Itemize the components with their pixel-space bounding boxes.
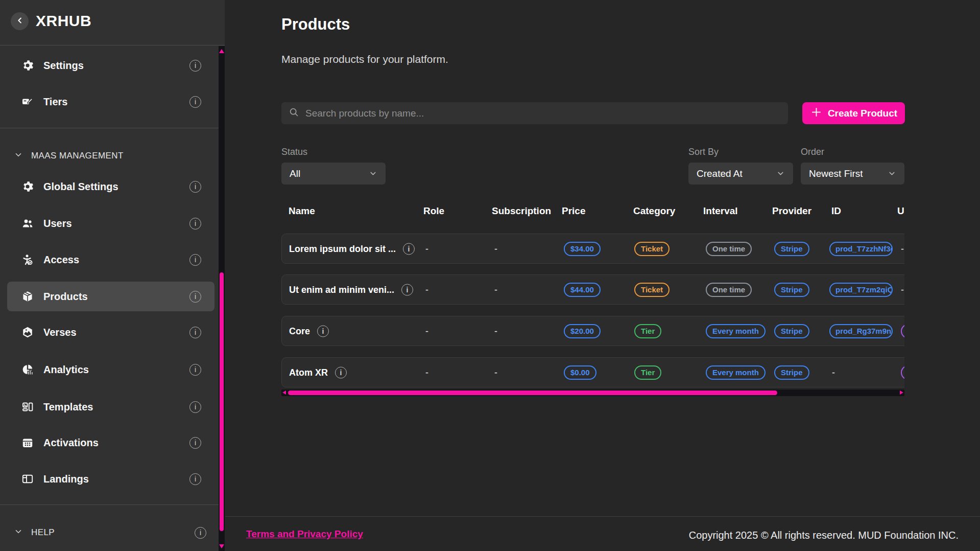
order-value: Newest First: [809, 168, 863, 179]
order-label: Order: [801, 147, 824, 157]
person-check-icon: [21, 254, 34, 266]
info-icon[interactable]: [189, 437, 201, 449]
sidebar-header: XRHUB: [0, 0, 225, 45]
info-icon[interactable]: [189, 60, 201, 72]
sidebar-scrollbar-thumb[interactable]: [220, 272, 224, 531]
price-badge: $0.00: [564, 365, 596, 380]
calendar-icon: [21, 437, 34, 449]
sidebar-collapse-button[interactable]: [11, 12, 29, 30]
sidebar-item-verses[interactable]: Verses: [7, 317, 214, 347]
create-product-label: Create Product: [828, 108, 897, 119]
sidebar-item-settings[interactable]: Settings: [7, 51, 214, 80]
info-icon[interactable]: [189, 364, 201, 376]
product-name: Ut enim ad minim veni...: [289, 284, 394, 295]
product-name-cell: Ut enim ad minim veni...: [289, 284, 413, 295]
product-name: Atom XR: [289, 367, 328, 378]
sidebar-item-label: Analytics: [43, 364, 89, 376]
product-name-cell: Core: [289, 325, 329, 337]
create-product-button[interactable]: Create Product: [802, 102, 905, 124]
info-icon[interactable]: [335, 366, 347, 378]
search-bar: [281, 102, 788, 124]
table-row[interactable]: Atom XR - - $0.00 Tier Every month Strip…: [281, 357, 904, 387]
status-label: Status: [281, 147, 307, 157]
sidebar-item-activations[interactable]: Activations: [7, 428, 214, 457]
sidebar: XRHUB Settings Tiers MAAS MANAGEMENT: [0, 0, 225, 551]
sidebar-item-landings[interactable]: Landings: [7, 464, 214, 494]
sidebar-item-users[interactable]: Users: [7, 209, 214, 238]
sidebar-scrollbar[interactable]: [219, 46, 225, 551]
provider-badge: Stripe: [774, 242, 809, 256]
card-pencil-icon: [21, 96, 34, 108]
search-input[interactable]: [305, 108, 781, 119]
sidebar-item-label: Global Settings: [43, 181, 118, 193]
subscription-cell: -: [494, 367, 497, 378]
sidebar-item-tiers[interactable]: Tiers: [7, 87, 214, 117]
scroll-left-arrow-icon[interactable]: [282, 391, 286, 395]
page-title: Products: [281, 15, 350, 34]
table-row[interactable]: Lorem ipsum dolor sit ... - - $34.00 Tic…: [281, 234, 904, 264]
updated-cell: -: [901, 243, 904, 254]
sidebar-section-maas[interactable]: MAAS MANAGEMENT: [14, 149, 214, 163]
interval-badge: Every month: [706, 365, 766, 380]
info-icon[interactable]: [189, 291, 201, 303]
updated-badge-clipped: [901, 324, 904, 338]
section-title: HELP: [31, 527, 55, 538]
role-cell: -: [425, 367, 428, 378]
app-root: XRHUB Settings Tiers MAAS MANAGEMENT: [0, 0, 980, 551]
scroll-right-arrow-icon[interactable]: [900, 391, 903, 395]
sidebar-item-templates[interactable]: Templates: [7, 392, 214, 422]
pie-chart-icon: [21, 363, 34, 376]
panel-layout-icon: [21, 473, 34, 485]
sidebar-item-label: Activations: [43, 437, 99, 449]
interval-badge: Every month: [706, 324, 766, 338]
category-badge: Ticket: [634, 242, 670, 256]
status-select[interactable]: All: [281, 163, 386, 185]
info-icon[interactable]: [317, 325, 329, 337]
info-icon[interactable]: [189, 96, 201, 108]
interval-badge: One time: [706, 242, 752, 256]
scroll-down-arrow-icon[interactable]: [219, 544, 224, 548]
info-icon[interactable]: [401, 284, 413, 295]
column-header-name: Name: [289, 205, 315, 217]
table-scrollbar-thumb[interactable]: [288, 391, 777, 395]
copyright-text: Copyright 2025 © All rights reserved. MU…: [689, 530, 959, 541]
status-value: All: [290, 168, 300, 179]
table-row[interactable]: Core - - $20.00 Tier Every month Stripe …: [281, 316, 904, 346]
sidebar-item-access[interactable]: Access: [7, 245, 214, 274]
product-id-badge: prod_T7zm2qiQ: [829, 283, 893, 297]
info-icon[interactable]: [403, 243, 415, 255]
info-icon[interactable]: [189, 473, 201, 485]
chevron-down-icon: [776, 169, 785, 178]
sidebar-item-analytics[interactable]: Analytics: [7, 355, 214, 384]
info-icon[interactable]: [189, 218, 201, 229]
users-icon: [21, 217, 34, 229]
sidebar-item-label: Tiers: [43, 96, 67, 108]
product-name: Lorem ipsum dolor sit ...: [289, 243, 396, 254]
sort-by-select[interactable]: Created At: [688, 163, 793, 185]
scroll-up-arrow-icon[interactable]: [219, 49, 224, 53]
info-icon[interactable]: [189, 327, 201, 338]
info-icon[interactable]: [195, 527, 206, 539]
info-icon[interactable]: [189, 401, 201, 413]
info-icon[interactable]: [189, 181, 201, 193]
sidebar-item-label: Settings: [43, 60, 84, 72]
price-badge: $20.00: [564, 324, 601, 338]
info-icon[interactable]: [189, 254, 201, 266]
sidebar-item-label: Landings: [43, 473, 89, 485]
table-row[interactable]: Ut enim ad minim veni... - - $44.00 Tick…: [281, 274, 904, 305]
role-cell: -: [425, 243, 428, 254]
sidebar-item-products[interactable]: Products: [7, 282, 214, 311]
table-horizontal-scrollbar[interactable]: [281, 389, 904, 396]
category-badge: Tier: [634, 324, 661, 338]
product-id-badge: prod_Rg37m9nn: [829, 324, 893, 338]
column-header-id: ID: [831, 205, 841, 217]
terms-privacy-link[interactable]: Terms and Privacy Policy: [246, 529, 363, 540]
sidebar-item-global-settings[interactable]: Global Settings: [7, 172, 214, 201]
chevron-down-icon: [369, 169, 377, 178]
order-select[interactable]: Newest First: [801, 163, 904, 185]
chevron-left-icon: [15, 16, 25, 27]
product-id-badge: prod_T7zzhNf3o: [829, 242, 893, 256]
sidebar-section-help[interactable]: HELP: [14, 525, 206, 540]
column-header-updated: U: [897, 205, 904, 217]
column-header-provider: Provider: [772, 205, 811, 217]
